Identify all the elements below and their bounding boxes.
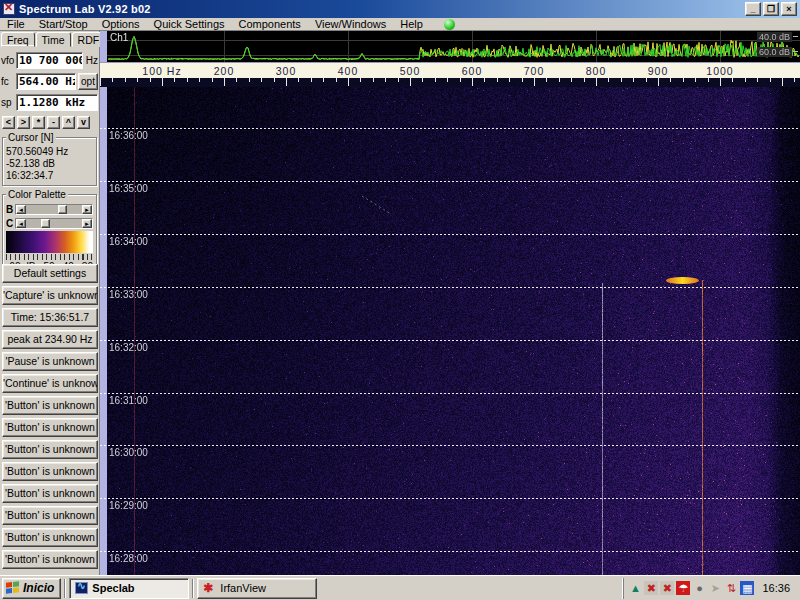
- status-led-icon: [444, 19, 455, 30]
- db-tick: [793, 36, 798, 37]
- macro-button-4[interactable]: 'Pause' is unknown: [2, 352, 98, 371]
- menu-item-start-stop[interactable]: Start/Stop: [32, 18, 95, 31]
- tick-canvas: [100, 78, 800, 87]
- tab-time[interactable]: Time: [36, 32, 71, 47]
- system-tray: ▲✖✖☂●➤⇅▦16:36: [623, 578, 798, 599]
- tune-button-5[interactable]: v: [77, 116, 90, 129]
- task-speclab[interactable]: Speclab: [69, 578, 189, 599]
- menu-item-view-windows[interactable]: View/Windows: [308, 18, 393, 31]
- slider-right-arrow-icon[interactable]: ►: [82, 205, 92, 214]
- title-bar: Spectrum Lab V2.92 b02 _ ❐ ×: [0, 0, 800, 18]
- task-irfanview[interactable]: ✱ IrfanView: [197, 578, 317, 599]
- freq-label-400: 400: [338, 65, 359, 77]
- macro-button-0[interactable]: Default settings: [2, 264, 98, 283]
- macro-button-3[interactable]: peak at 234.90 Hz: [2, 330, 98, 349]
- macro-button-1[interactable]: 'Capture' is unknown: [2, 286, 98, 305]
- tune-button-0[interactable]: <: [2, 116, 15, 129]
- macro-button-11[interactable]: 'Button' is unknown: [2, 506, 98, 525]
- macro-button-2[interactable]: Time: 15:36:51.7: [2, 308, 98, 327]
- slider-right-arrow-icon[interactable]: ►: [82, 219, 92, 228]
- scheduler-icon[interactable]: ●: [692, 581, 706, 595]
- freq-label-900: 900: [648, 65, 669, 77]
- tune-button-2[interactable]: *: [32, 116, 45, 129]
- start-button-label: Inicio: [23, 581, 54, 595]
- brightness-slider-thumb[interactable]: [58, 205, 67, 214]
- palette-group-title: Color Palette: [6, 189, 68, 200]
- macro-button-9[interactable]: 'Button' is unknown: [2, 462, 98, 481]
- contrast-slider-thumb[interactable]: [41, 219, 50, 228]
- task-label: IrfanView: [220, 582, 266, 594]
- waterfall[interactable]: 16:36:0016:35:0016:34:0016:33:0016:32:00…: [100, 87, 800, 575]
- close-button[interactable]: ×: [781, 2, 797, 16]
- volume-muted-icon[interactable]: ✖: [644, 581, 658, 595]
- waterfall-canvas[interactable]: [100, 87, 800, 575]
- channel-label: Ch1: [110, 32, 128, 43]
- freq-label-700: 700: [524, 65, 545, 77]
- start-button[interactable]: Inicio: [2, 578, 61, 599]
- macro-button-column: Default settings'Capture' is unknownTime…: [2, 264, 98, 569]
- windows-logo-icon: [6, 581, 20, 594]
- time-label: 16:34:00: [109, 236, 148, 247]
- updown-arrows-icon[interactable]: ⇅: [724, 581, 738, 595]
- brightness-label: B: [6, 204, 15, 215]
- opt-button[interactable]: opt: [78, 73, 98, 90]
- display-settings-icon[interactable]: ▦: [740, 581, 754, 595]
- cursor-time: 16:32:34.7: [6, 170, 93, 182]
- task-label: Speclab: [92, 582, 134, 594]
- cursor-group-title: Cursor [N]: [6, 132, 56, 143]
- fc-input[interactable]: 564.00 Hz: [16, 73, 76, 90]
- slider-left-arrow-icon[interactable]: ◄: [16, 205, 26, 214]
- control-panel: Freq Time RDF vfo 10 700 000 Hz fc 564.0…: [0, 31, 100, 575]
- sp-input[interactable]: 1.1280 kHz: [16, 94, 98, 111]
- palette-ruler: [6, 254, 93, 260]
- contrast-slider[interactable]: ◄ ►: [15, 218, 93, 229]
- macro-button-7[interactable]: 'Button' is unknown: [2, 418, 98, 437]
- device-disabled-icon[interactable]: ✖: [660, 581, 674, 595]
- freq-label-200: 200: [214, 65, 235, 77]
- irfanview-icon: ✱: [203, 582, 216, 594]
- vfo-unit: Hz: [83, 55, 98, 66]
- macro-button-10[interactable]: 'Button' is unknown: [2, 484, 98, 503]
- tune-button-3[interactable]: -: [47, 116, 60, 129]
- freq-label-100: 100 Hz: [142, 65, 181, 77]
- tune-button-1[interactable]: >: [17, 116, 30, 129]
- menu-item-file[interactable]: File: [0, 18, 32, 31]
- slider-left-arrow-icon[interactable]: ◄: [16, 219, 26, 228]
- time-label: 16:29:00: [109, 500, 148, 511]
- cursor-readout-group: Cursor [N] 570.56049 Hz -52.138 dB 16:32…: [2, 137, 97, 186]
- vfo-input[interactable]: 10 700 000: [16, 52, 83, 69]
- minimize-button[interactable]: _: [745, 2, 761, 16]
- menu-item-options[interactable]: Options: [95, 18, 147, 31]
- menu-item-components[interactable]: Components: [232, 18, 308, 31]
- freq-label-500: 500: [400, 65, 421, 77]
- taskbar-divider: [192, 579, 194, 598]
- macro-button-13[interactable]: 'Button' is unknown: [2, 550, 98, 569]
- contrast-label: C: [6, 218, 15, 229]
- pointer-icon[interactable]: ➤: [708, 581, 722, 595]
- network-graph-icon[interactable]: ▲: [628, 581, 642, 595]
- frequency-scale[interactable]: 100 Hz2003004005006007008009001000: [100, 62, 800, 78]
- taskbar-clock: 16:36: [756, 582, 794, 594]
- menu-item-quick-settings[interactable]: Quick Settings: [147, 18, 232, 31]
- macro-button-8[interactable]: 'Button' is unknown: [2, 440, 98, 459]
- cursor-frequency: 570.56049 Hz: [6, 146, 93, 158]
- brightness-slider[interactable]: ◄ ►: [15, 204, 93, 215]
- db-scale-label: 60.0 dB: [757, 47, 792, 57]
- time-label: 16:35:00: [109, 183, 148, 194]
- spectrum-canvas[interactable]: [100, 31, 800, 62]
- antivirus-umbrella-icon[interactable]: ☂: [676, 581, 690, 595]
- menu-item-help[interactable]: Help: [393, 18, 430, 31]
- macro-button-12[interactable]: 'Button' is unknown: [2, 528, 98, 547]
- macro-button-5[interactable]: 'Continue' is unknown: [2, 374, 98, 393]
- spectrum-graph[interactable]: Ch1 40.0 dB60.0 dB: [100, 31, 800, 62]
- restore-button[interactable]: ❐: [763, 2, 779, 16]
- freq-label-300: 300: [276, 65, 297, 77]
- cursor-level: -52.138 dB: [6, 158, 93, 170]
- window-title: Spectrum Lab V2.92 b02: [19, 3, 151, 15]
- freq-label-1000: 1000: [706, 65, 733, 77]
- tab-freq[interactable]: Freq: [1, 32, 35, 47]
- spectrum-display: Ch1 40.0 dB60.0 dB 100 Hz200300400500600…: [100, 31, 800, 575]
- taskbar-divider: [64, 579, 66, 598]
- macro-button-6[interactable]: 'Button' is unknown: [2, 396, 98, 415]
- tune-button-4[interactable]: ^: [62, 116, 75, 129]
